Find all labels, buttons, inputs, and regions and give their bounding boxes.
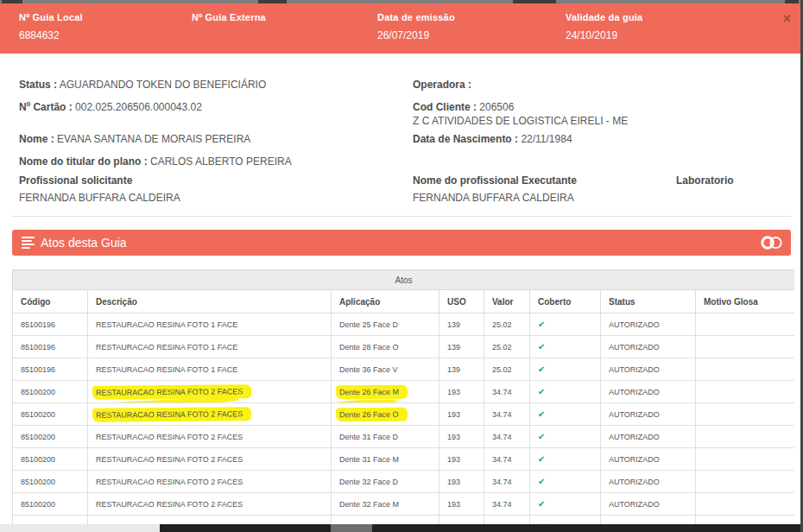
col-descricao: Descrição xyxy=(88,290,332,314)
nome-line: Nome : EVANA SANTANA DE MORAIS PEREIRA xyxy=(19,133,250,145)
cliente-nome: Z C ATIVIDADES DE LOGISTICA EIRELI - ME xyxy=(413,115,628,127)
cell-uso: 193 xyxy=(439,403,484,426)
cell-codigo: 85100200 xyxy=(13,448,88,471)
cell-status: AUTORIZADO xyxy=(601,381,696,403)
field-guia-local: Nº Guia Local 6884632 xyxy=(19,12,83,41)
data-emissao-label: Data de emissão xyxy=(377,12,455,22)
bottom-scrollbar[interactable] xyxy=(0,524,803,532)
cell-descricao: RESTAURACAO RESINA FOTO 2 FACES xyxy=(88,381,332,403)
atos-section-title: Atos desta Guia xyxy=(41,236,127,250)
cell-motivo xyxy=(696,448,795,471)
cell-aplicacao: Dente 26 Face M xyxy=(332,381,439,403)
table-row: 85100200 RESTAURACAO RESINA FOTO 2 FACES… xyxy=(13,471,795,493)
scrollbar-thumb[interactable] xyxy=(331,524,372,532)
cod-cliente-line: Cod Cliente : 206506 xyxy=(413,101,514,113)
cell-motivo xyxy=(696,358,795,381)
background-text-fragment xyxy=(785,0,799,3)
col-coberto: Coberto xyxy=(530,290,601,314)
cell-motivo xyxy=(696,336,795,358)
background-text-fragment xyxy=(2,0,22,3)
cell-uso: 193 xyxy=(439,471,484,493)
cell-coberto: ✔ xyxy=(530,493,601,516)
cell-aplicacao: Dente 26 Face O xyxy=(332,403,439,426)
toggle-icon[interactable] xyxy=(759,234,785,255)
check-icon: ✔ xyxy=(538,364,545,374)
titular-label: Nome do titular do plano : xyxy=(19,155,148,168)
laboratorio-label: Laboratorio xyxy=(676,174,734,187)
atos-section-header[interactable]: Atos desta Guia xyxy=(12,230,791,256)
list-icon xyxy=(22,237,35,249)
nome-value: EVANA SANTANA DE MORAIS PEREIRA xyxy=(57,133,250,145)
cell-status: AUTORIZADO xyxy=(601,358,696,381)
field-validade-guia: Validade da guia 24/10/2019 xyxy=(566,12,642,41)
cell-descricao: RESTAURACAO RESINA FOTO 2 FACES xyxy=(88,448,332,471)
nascimento-label: Data de Nascimento : xyxy=(413,133,518,145)
cell-aplicacao: Dente 28 Face O xyxy=(332,336,439,358)
cell-descricao: RESTAURACAO RESINA FOTO 2 FACES xyxy=(88,471,332,493)
cell-codigo: 85100196 xyxy=(13,336,88,358)
cell-codigo: 85100200 xyxy=(13,493,88,516)
cell-codigo: 85100200 xyxy=(13,426,88,448)
guia-local-label: Nº Guia Local xyxy=(19,12,83,22)
cell-coberto: ✔ xyxy=(530,403,601,426)
status-line: Status : AGUARDANDO TOKEN DO BENEFICIÁRI… xyxy=(19,79,266,91)
cell-descricao: RESTAURACAO RESINA FOTO 1 FACE xyxy=(88,358,332,381)
cell-codigo: 85100196 xyxy=(13,314,88,336)
cell-aplicacao: Dente 32 Face M xyxy=(332,493,439,516)
nome-label: Nome : xyxy=(19,133,54,145)
cell-motivo xyxy=(696,493,795,516)
status-value: AGUARDANDO TOKEN DO BENEFICIÁRIO xyxy=(60,79,267,91)
operadora-line: Operadora : xyxy=(413,79,471,91)
guia-modal: Nº Guia Local 6884632 Nº Guia Externa Da… xyxy=(0,0,803,532)
check-icon: ✔ xyxy=(538,387,545,396)
cell-coberto: ✔ xyxy=(530,471,601,493)
check-icon: ✔ xyxy=(538,477,545,486)
cell-status: AUTORIZADO xyxy=(601,493,696,516)
scrollbar-track xyxy=(160,524,803,532)
table-row: 85100200 RESTAURACAO RESINA FOTO 2 FACES… xyxy=(13,426,795,448)
table-row: 85100196 RESTAURACAO RESINA FOTO 1 FACE … xyxy=(13,314,795,336)
cell-coberto: ✔ xyxy=(530,336,601,358)
cell-uso: 139 xyxy=(439,358,484,381)
cell-motivo xyxy=(696,426,795,448)
table-row: 85100196 RESTAURACAO RESINA FOTO 1 FACE … xyxy=(13,358,795,381)
cartao-label: Nº Cartão : xyxy=(19,101,73,113)
cell-coberto: ✔ xyxy=(530,381,601,403)
table-row: 85100196 RESTAURACAO RESINA FOTO 1 FACE … xyxy=(13,336,795,358)
cell-codigo: 85100200 xyxy=(13,403,88,426)
check-icon: ✔ xyxy=(538,409,545,419)
col-codigo: Código xyxy=(13,290,88,314)
cell-aplicacao: Dente 31 Face D xyxy=(332,426,439,448)
cell-coberto: ✔ xyxy=(530,358,601,381)
cell-valor: 25.02 xyxy=(484,358,530,381)
cell-descricao: RESTAURACAO RESINA FOTO 2 FACES xyxy=(88,403,332,426)
cartao-value: 002.025.206506.000043.02 xyxy=(75,101,202,113)
cell-valor: 34.74 xyxy=(484,381,530,403)
cell-motivo xyxy=(696,314,795,336)
cell-status: AUTORIZADO xyxy=(601,471,696,493)
cell-motivo xyxy=(696,403,795,426)
col-valor: Valor xyxy=(484,290,530,314)
table-row: 85100200 RESTAURACAO RESINA FOTO 2 FACES… xyxy=(13,403,795,426)
cell-uso: 193 xyxy=(439,426,484,448)
check-icon: ✔ xyxy=(538,454,545,464)
check-icon: ✔ xyxy=(538,342,545,352)
background-text-fragment xyxy=(258,0,287,3)
check-icon: ✔ xyxy=(538,499,545,509)
cell-aplicacao: Dente 25 Face D xyxy=(332,314,439,336)
cell-coberto: ✔ xyxy=(530,448,601,471)
cartao-line: Nº Cartão : 002.025.206506.000043.02 xyxy=(19,101,202,113)
cell-aplicacao: Dente 36 Face V xyxy=(332,358,439,381)
cell-motivo xyxy=(696,471,795,493)
operadora-label: Operadora : xyxy=(413,79,471,91)
data-emissao-value: 26/07/2019 xyxy=(377,29,455,41)
prof-executante-value: FERNANDA BUFFARA CALDEIRA xyxy=(413,192,574,204)
cell-status: AUTORIZADO xyxy=(601,336,696,358)
field-guia-externa: Nº Guia Externa xyxy=(192,12,266,41)
titular-value: CARLOS ALBERTO PEREIRA xyxy=(150,155,292,168)
cell-valor: 34.74 xyxy=(484,471,530,493)
validade-guia-label: Validade da guia xyxy=(566,12,642,22)
validade-guia-value: 24/10/2019 xyxy=(566,29,642,41)
close-icon[interactable]: ✕ xyxy=(782,13,792,24)
cell-status: AUTORIZADO xyxy=(601,403,696,426)
